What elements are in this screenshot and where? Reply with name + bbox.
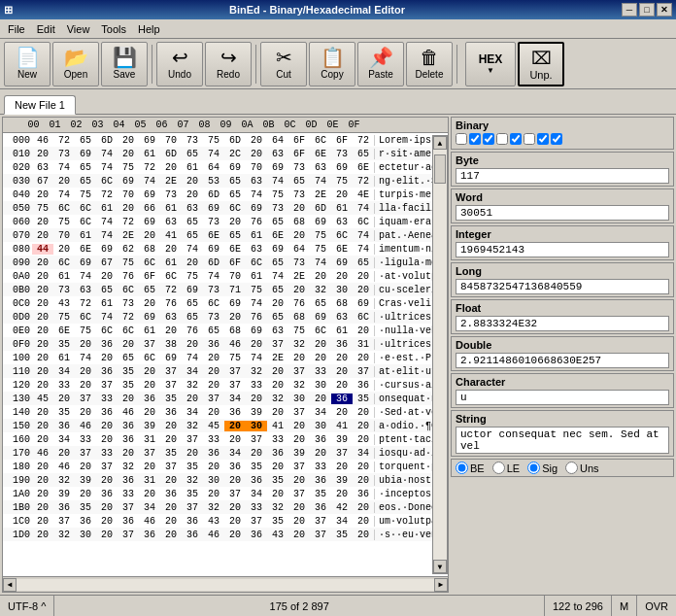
hex-cell[interactable]: 20 [75,380,96,391]
hex-cell[interactable]: 73 [203,312,224,323]
hex-cell[interactable]: 37 [182,434,203,445]
hex-cell[interactable]: 20 [160,502,182,513]
hex-cell[interactable]: 75 [203,135,224,146]
hex-cell[interactable]: 36 [96,489,118,499]
hex-cell[interactable]: 33 [203,434,224,445]
binary-cb-1[interactable] [469,133,481,145]
hex-cell[interactable]: 6D [310,203,331,214]
hex-cell[interactable]: 72 [53,135,75,146]
hex-cell[interactable]: 20 [139,380,160,391]
hex-cell[interactable]: 20 [246,135,267,146]
table-row[interactable]: 090206C6967756C61206D6F6C6573746965·ligu… [3,256,432,269]
hex-cell[interactable]: 33 [310,366,331,377]
hex-cell[interactable]: 20 [32,434,53,445]
hex-cell[interactable]: 69 [246,325,267,336]
hex-cell[interactable]: 20 [32,353,53,363]
hex-cell[interactable]: 39 [331,475,353,486]
table-row[interactable]: 0B0207363656C6572697371756520323020cu·sc… [3,283,432,296]
hex-cell[interactable]: 38 [160,339,182,350]
hex-cell[interactable]: 37 [96,462,118,472]
hex-cell[interactable]: 20 [353,421,374,431]
hex-cell[interactable]: 74 [139,176,160,187]
hex-cell[interactable]: 6D [203,189,224,200]
hex-cell[interactable]: 76 [160,298,182,309]
hex-cell[interactable]: 75 [224,353,246,363]
hex-cell[interactable]: 6E [331,244,353,255]
hex-cell[interactable]: 20 [288,353,310,363]
hex-cell[interactable]: 20 [96,530,118,540]
hex-cell[interactable]: 75 [53,312,75,323]
hex-cell[interactable]: 35 [353,394,374,404]
vertical-scrollbar[interactable]: ▲ ▼ [432,135,448,574]
table-row[interactable]: 14020352036462036342036392037342020·Sed·… [3,405,432,419]
hex-cell[interactable]: 20 [224,312,246,323]
hex-cell[interactable]: 20 [139,366,160,377]
hex-cell[interactable]: 2C [224,149,246,159]
hex-cell[interactable]: 6C [96,176,118,187]
hex-cell[interactable]: 72 [160,285,182,295]
hex-cell[interactable]: 6E [53,325,75,336]
hex-cell[interactable]: 39 [53,489,75,499]
hex-cell[interactable]: 20 [203,462,224,472]
table-row[interactable]: 0C020437261732076656C69742076656869Cras·… [3,296,432,310]
hex-cell[interactable]: 34 [53,434,75,445]
hex-cell[interactable]: 37 [139,339,160,350]
hex-cell[interactable]: 20 [160,421,182,431]
table-row[interactable]: 11020342036352037342037322037332037at·el… [3,364,432,378]
be-radio-label[interactable]: BE [456,462,485,474]
hex-cell[interactable]: 37 [160,380,182,391]
hex-cell[interactable]: 20 [331,271,353,282]
hex-cell[interactable]: 20 [53,448,75,459]
hex-cell[interactable]: 74 [182,353,203,363]
hex-cell[interactable]: 20 [139,462,160,472]
hex-cell[interactable]: 37 [224,366,246,377]
hex-cell[interactable]: 20 [139,489,160,499]
hex-cell[interactable]: 20 [32,530,53,540]
maximize-button[interactable]: □ [639,3,655,17]
hex-cell[interactable]: 20 [224,434,246,445]
hex-cell[interactable]: 74 [246,189,267,200]
hex-cell[interactable]: 65 [224,230,246,241]
hex-cell[interactable]: 61 [246,230,267,241]
hex-cell[interactable]: 20 [32,257,53,268]
hex-cell[interactable]: 20 [32,475,53,486]
hex-cell[interactable]: 73 [203,285,224,295]
hex-cell[interactable]: 37 [160,366,182,377]
hex-cell[interactable]: 20 [267,462,288,472]
hex-cell[interactable]: 35 [160,448,182,459]
hex-cell[interactable]: 37 [267,339,288,350]
hex-cell[interactable]: 61 [182,162,203,173]
hex-cell[interactable]: 36 [182,516,203,527]
hex-cell[interactable]: 20 [267,489,288,499]
hex-cell[interactable]: 69 [267,244,288,255]
hex-cell[interactable]: 73 [288,257,310,268]
hex-cell[interactable]: 62 [118,244,139,255]
hex-cell[interactable]: 6F [288,149,310,159]
hex-cell[interactable]: 20 [203,380,224,391]
hex-cell[interactable]: 36 [53,502,75,513]
hex-cell[interactable]: 61 [331,325,353,336]
hex-cell[interactable]: 6C [139,353,160,363]
hex-cell[interactable]: 20 [331,489,353,499]
hex-cell[interactable]: 2E [118,230,139,241]
uns-radio-label[interactable]: Uns [565,462,599,474]
hex-cell[interactable]: 73 [160,189,182,200]
hex-cell[interactable]: 20 [203,407,224,418]
table-row[interactable]: 13045203733203635203734203230203635onseq… [3,392,432,405]
hex-cell[interactable]: 20 [353,271,374,282]
hex-cell[interactable]: 6C [53,203,75,214]
hex-cell[interactable]: 63 [331,312,353,323]
hex-cell[interactable]: 33 [310,462,331,472]
hex-cell[interactable]: 63 [75,285,96,295]
hex-cell[interactable]: 74 [75,271,96,282]
hex-cell[interactable]: 69 [75,149,96,159]
hex-cell[interactable]: 37 [75,448,96,459]
table-row[interactable]: 0206374657475722061646970697363696Eectet… [3,160,432,174]
hex-cell[interactable]: 74 [267,271,288,282]
hex-cell[interactable]: 20 [224,516,246,527]
hex-cell[interactable]: 75 [310,244,331,255]
hex-cell[interactable]: 74 [96,312,118,323]
hex-cell[interactable]: 65 [267,285,288,295]
hex-cell[interactable]: 20 [331,407,353,418]
hex-cell[interactable]: 67 [32,176,53,187]
